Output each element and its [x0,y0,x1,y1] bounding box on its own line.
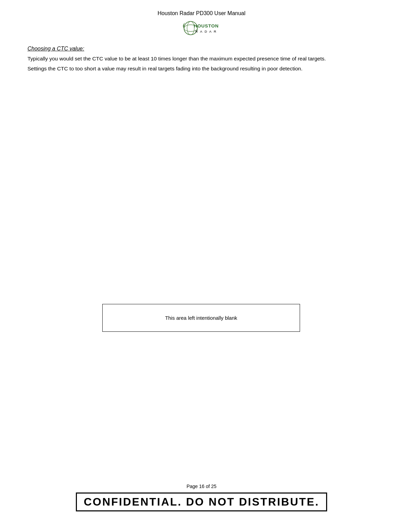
body-paragraph-1: Typically you would set the CTC value to… [27,55,376,63]
confidential-label: CONFIDENTIAL. DO NOT DISTRIBUTE. [76,493,327,511]
page-footer: Page 16 of 25 CONFIDENTIAL. DO NOT DISTR… [0,484,403,511]
section-heading: Choosing a CTC value: [27,46,376,52]
page-number: Page 16 of 25 [0,484,403,489]
svg-text:HOUSTON: HOUSTON [194,23,219,29]
page: Houston Radar PD300 User Manual HOUSTON [0,0,403,532]
body-paragraph-2: Settings the CTC to too short a value ma… [27,65,376,72]
houston-radar-logo: HOUSTON R A D A R [181,19,222,37]
svg-text:R A D A R: R A D A R [195,30,217,33]
svg-point-1 [187,21,194,35]
document-title: Houston Radar PD300 User Manual [27,10,376,16]
blank-area-box: This area left intentionally blank [102,304,300,332]
page-header: Houston Radar PD300 User Manual HOUSTON [27,10,376,37]
blank-area-text: This area left intentionally blank [165,315,237,321]
logo-container: HOUSTON R A D A R [27,19,376,37]
blank-area-container: This area left intentionally blank [102,304,300,332]
